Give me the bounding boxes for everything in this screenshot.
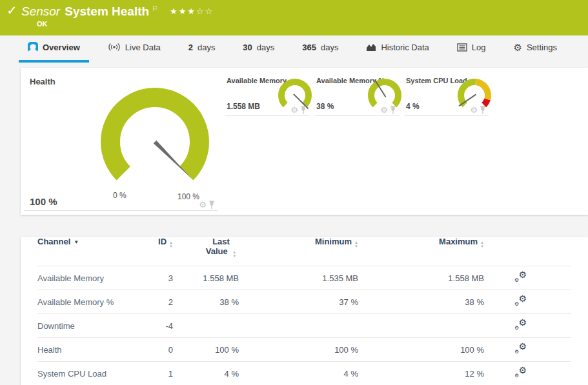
channel-minimum: 4 % <box>239 362 358 385</box>
column-header-minimum[interactable]: Minimum▲▼ <box>239 237 358 266</box>
log-icon <box>457 43 467 52</box>
channel-name[interactable]: Available Memory % <box>37 290 128 314</box>
channel-name[interactable]: System CPU Load <box>37 362 128 385</box>
channel-id: 3 <box>128 266 173 290</box>
column-header-id[interactable]: ID▲▼ <box>128 237 173 266</box>
channel-settings-icon[interactable]: ⚙⚙ <box>514 367 527 378</box>
sensor-header: ✓ SensorSystem Health⚐★★★☆☆ OK <box>0 0 588 35</box>
channel-minimum: 37 % <box>239 290 358 314</box>
channel-name[interactable]: Health <box>37 338 128 362</box>
gauge-title: Health <box>30 77 56 86</box>
flag-icon[interactable]: ⚐ <box>152 5 158 12</box>
pin-icon[interactable] <box>208 201 215 209</box>
channel-last-value: 1.558 MB <box>173 266 239 290</box>
channel-id: -4 <box>128 314 173 338</box>
column-header-label: Minimum <box>315 237 352 246</box>
channel-maximum: 38 % <box>358 290 484 314</box>
tab-30-days[interactable]: 30 days <box>234 39 283 63</box>
gear-icon: ⚙ <box>513 43 522 52</box>
column-header-maximum[interactable]: Maximum▲▼ <box>358 237 484 266</box>
tab-settings[interactable]: ⚙ Settings <box>504 39 565 63</box>
sensor-title-line: SensorSystem Health⚐★★★☆☆ <box>21 5 214 19</box>
channel-last-value <box>173 314 239 338</box>
channel-minimum: 100 % <box>239 338 358 362</box>
tab-label: Overview <box>43 43 80 52</box>
channel-id: 2 <box>128 290 173 314</box>
gauge-tile-available-memory[interactable]: Available Memory 1.558 MB ⚙ <box>225 71 309 116</box>
sort-icon: ▲▼ <box>169 241 173 248</box>
column-header-channel[interactable]: Channel▼ <box>37 237 128 266</box>
gauge-settings-gear-icon[interactable]: ⚙ <box>199 201 207 209</box>
channel-maximum: 100 % <box>358 338 484 362</box>
tab-number: 30 <box>243 43 252 52</box>
channel-last-value: 38 % <box>173 290 239 314</box>
tab-log[interactable]: Log <box>448 39 495 63</box>
area-chart-icon <box>366 43 376 52</box>
table-row[interactable]: Available Memory 3 1.558 MB 1.535 MB 1.5… <box>37 266 571 290</box>
table-row[interactable]: System CPU Load 1 4 % 4 % 12 % ⚙⚙ <box>37 362 571 385</box>
tab-2-days[interactable]: 2 days <box>179 39 225 63</box>
channel-settings-icon[interactable]: ⚙⚙ <box>514 343 527 354</box>
pin-icon[interactable] <box>480 106 486 114</box>
sort-icon: ▲▼ <box>480 241 484 248</box>
column-header-label: ID <box>158 237 167 246</box>
table-header-row: Channel▼ ID▲▼ Last Value ▲▼ Minimum▲▼ Ma… <box>37 237 571 266</box>
tab-label: days <box>257 43 274 52</box>
gauge-value: 1.558 MB <box>227 102 260 111</box>
gauge-tile-available-memory-percent[interactable]: Available Memory % 38 % ⚙ <box>314 71 399 116</box>
table-row[interactable]: Available Memory % 2 38 % 37 % 38 % ⚙⚙ <box>37 290 571 314</box>
tab-label: Settings <box>527 43 557 52</box>
table-row[interactable]: Downtime -4 ⚙⚙ <box>37 314 571 338</box>
tab-live-data[interactable]: Live Data <box>99 39 170 63</box>
gauge-scale-min: 0 % <box>113 191 127 200</box>
broadcast-icon <box>108 43 121 52</box>
pin-icon[interactable] <box>390 106 396 114</box>
page-title: System Health <box>65 5 149 18</box>
tab-historic-data[interactable]: Historic Data <box>357 39 438 63</box>
pin-icon[interactable] <box>300 106 307 114</box>
sort-icon: ▲▼ <box>354 241 358 248</box>
channel-name[interactable]: Available Memory <box>37 266 128 290</box>
gauge-icon <box>28 42 38 52</box>
channel-last-value: 100 % <box>173 338 239 362</box>
tab-label: Log <box>472 43 486 52</box>
column-header-label: Maximum <box>439 237 478 246</box>
channel-maximum: 12 % <box>358 362 484 385</box>
gauge-value: 38 % <box>316 102 334 111</box>
channel-name[interactable]: Downtime <box>37 314 128 338</box>
channel-maximum <box>358 314 484 338</box>
table-row[interactable]: Health 0 100 % 100 % 100 % ⚙⚙ <box>37 338 571 362</box>
channel-settings-icon[interactable]: ⚙⚙ <box>514 271 527 282</box>
tab-overview[interactable]: Overview <box>19 39 89 63</box>
tab-label: days <box>321 43 338 52</box>
column-header-label: Channel <box>37 237 70 246</box>
channel-maximum: 1.558 MB <box>358 266 484 290</box>
channels-panel: Channel▼ ID▲▼ Last Value ▲▼ Minimum▲▼ Ma… <box>21 237 588 385</box>
priority-stars[interactable]: ★★★☆☆ <box>170 6 214 16</box>
tab-number: 2 <box>188 43 193 52</box>
sorted-desc-icon: ▼ <box>74 239 79 245</box>
channel-settings-icon[interactable]: ⚙⚙ <box>514 295 527 306</box>
tab-label: Historic Data <box>381 43 429 52</box>
tab-label: Live Data <box>125 43 161 52</box>
tab-label: days <box>198 43 215 52</box>
channel-minimum <box>239 314 358 338</box>
column-header-last-value[interactable]: Last Value ▲▼ <box>173 237 239 266</box>
status-badge: OK <box>37 20 48 28</box>
tab-365-days[interactable]: 365 days <box>293 39 347 63</box>
channel-id: 0 <box>128 338 173 362</box>
gauge-settings-gear-icon[interactable]: ⚙ <box>470 106 478 114</box>
gauge-settings-gear-icon[interactable]: ⚙ <box>290 106 298 114</box>
gauge-value: 100 % <box>30 196 57 207</box>
channel-settings-icon[interactable]: ⚙⚙ <box>514 319 527 330</box>
health-gauge <box>99 86 210 195</box>
tab-number: 365 <box>302 43 316 52</box>
gauge-scale-max: 100 % <box>177 192 199 201</box>
object-kind-label: Sensor <box>21 5 60 18</box>
channels-table: Channel▼ ID▲▼ Last Value ▲▼ Minimum▲▼ Ma… <box>37 237 571 385</box>
gauge-tile-system-cpu-load[interactable]: System CPU Load 4 % ⚙ <box>404 71 489 116</box>
gauge-settings-gear-icon[interactable]: ⚙ <box>380 106 388 114</box>
sort-icon: ▲▼ <box>232 251 236 258</box>
gauge-tile-health[interactable]: Health 0 % 100 % 100 % ⚙ <box>24 71 218 211</box>
gauges-panel: Health 0 % 100 % 100 % ⚙ Available Memor… <box>21 68 588 215</box>
